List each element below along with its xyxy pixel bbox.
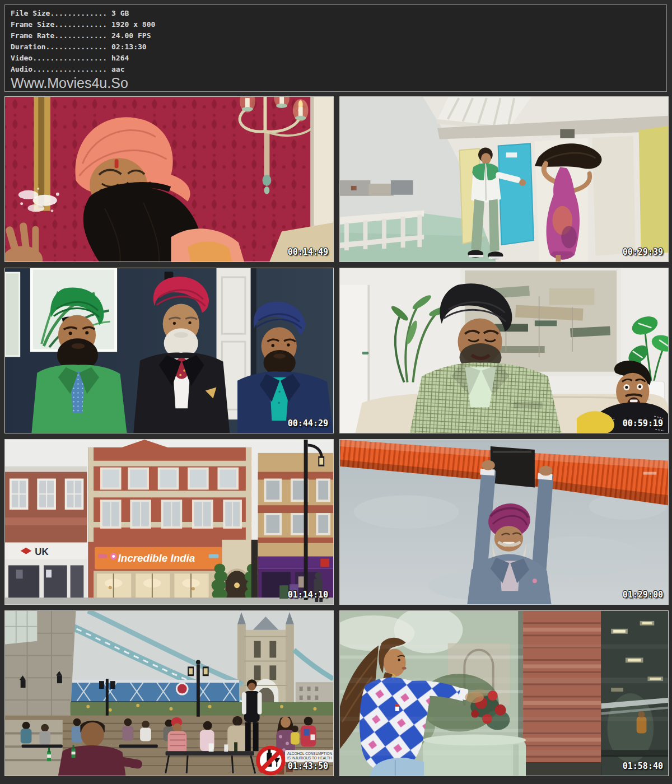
screenshot-grid: 00:14:49 [4,96,669,776]
restaurant-sign: Incredible India [95,547,222,570]
movie-still-8: 01:58:40 [339,610,669,776]
door-handle [362,352,369,354]
info-frame-size: Frame Size............ 1920 x 800 [11,19,666,30]
face-profile [384,649,406,677]
screenshot-sheet: File Size............. 3 GB Frame Size..… [0,0,672,784]
media-info-panel: File Size............. 3 GB Frame Size..… [4,4,667,92]
white-cup [209,743,214,752]
scene-three-men [5,268,333,433]
scene-bridge-cafe: ALCOHOL CONSUMPTION IS INJURIOUS TO HEAL… [5,611,333,776]
timestamp-overlay: 01:29:00 [623,590,663,600]
info-video: Video................. h264 [11,53,666,64]
scene-sadhu-closeup [5,97,333,262]
scene-beach-huts [340,97,668,262]
scene-india-street: UK [5,440,333,604]
black-vest [244,691,260,722]
wall-lantern [560,129,575,138]
movie-still-4: 00:59:19 [339,268,669,433]
recycle-logo [320,559,329,567]
storefront-sign-text: Incredible India [118,552,195,563]
movie-still-1: 00:14:49 [4,96,334,262]
table [166,751,254,755]
glass-corner [5,611,37,645]
ground-windows [94,571,223,602]
pocket-square [533,578,537,583]
door-chandelier-glow [234,582,240,588]
face [494,526,523,552]
scene-pipe-hang [340,440,668,604]
timestamp-overlay: 00:44:29 [288,418,328,428]
raised-hand [5,222,43,262]
left-building: UK [5,466,87,604]
bridge-deck [71,680,239,704]
timestamp-overlay: 00:14:49 [288,247,328,257]
site-watermark: Www.Movies4u.So [11,75,666,91]
main-brick-building: Incredible India [88,440,260,604]
info-file-size: File Size............. 3 GB [11,8,666,19]
timestamp-overlay: 00:29:39 [623,247,663,257]
info-duration: Duration.............. 02:13:30 [11,41,666,53]
left-art-frame [5,273,20,356]
head [81,722,104,747]
warning-text-line2: IS INJURIOUS TO HEALTH [287,756,332,760]
timestamp-overlay: 00:59:19 [623,418,663,428]
timestamp-overlay: 01:14:10 [288,590,328,600]
timestamp-overlay: 01:43:50 [288,761,328,771]
timestamp-overlay: 01:58:40 [623,761,663,771]
movie-still-3: 00:44:29 [4,268,334,433]
scene-sofa-shock [340,268,668,433]
bank-sign-text: UK [35,547,48,557]
info-audio: Audio................. aac [11,64,666,75]
left-stone-wall [5,611,76,720]
tilak-mark [115,159,119,168]
movie-still-7: ALCOHOL CONSUMPTION IS INJURIOUS TO HEAL… [4,610,334,776]
movie-still-6: 01:29:00 [339,439,669,605]
movie-still-5: UK [4,439,334,605]
alley [251,540,258,604]
bottle [234,742,237,752]
right-hand [539,466,553,476]
movie-still-2: 00:29:39 [339,96,669,262]
bridge-emblem [176,683,188,694]
stone-steps [5,720,63,776]
left-hand [482,460,495,470]
warning-text-line1: ALCOHOL CONSUMPTION [287,752,333,755]
info-frame-rate: Frame Rate............ 24.00 FPS [11,30,666,41]
scene-running-woman [340,611,668,776]
